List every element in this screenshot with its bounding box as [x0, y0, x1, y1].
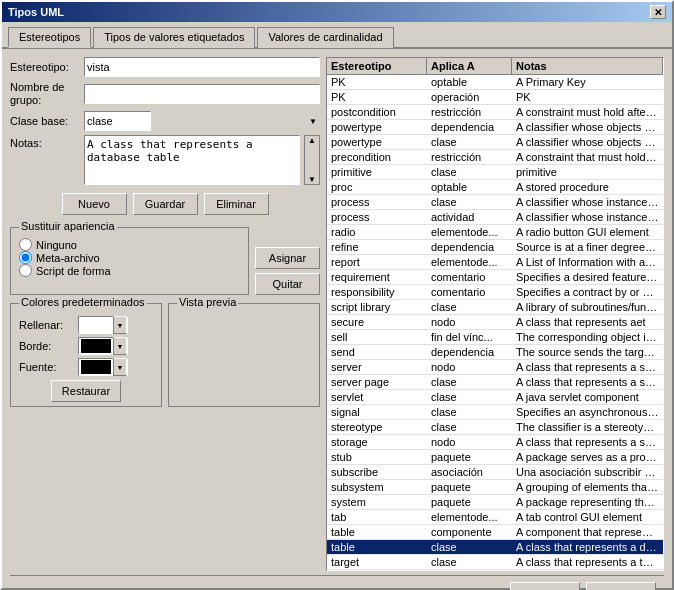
- table-row[interactable]: table clase A class that represents a da…: [327, 540, 663, 555]
- estereotipo-input[interactable]: [84, 57, 320, 77]
- cell-estereotipo: precondition: [327, 150, 427, 164]
- cell-aplica: nodo: [427, 360, 512, 374]
- table-row[interactable]: table componente A component that repres…: [327, 525, 663, 540]
- table-row[interactable]: precondition restricción A constraint th…: [327, 150, 663, 165]
- cell-estereotipo: stereotype: [327, 420, 427, 434]
- cerrar-button[interactable]: Cerrar: [510, 582, 580, 590]
- tab-cardinalidad[interactable]: Valores de cardinalidad: [257, 27, 393, 48]
- sustituir-group: Sustituir apariencia Ninguno Meta-archiv…: [10, 227, 249, 295]
- table-row[interactable]: PK operación PK: [327, 90, 663, 105]
- cell-aplica: paquete: [427, 480, 512, 494]
- table-row[interactable]: primitive clase primitive: [327, 165, 663, 180]
- cell-estereotipo: target: [327, 555, 427, 569]
- nuevo-button[interactable]: Nuevo: [62, 193, 127, 215]
- close-button[interactable]: ✕: [650, 5, 666, 19]
- borde-label: Borde:: [19, 340, 74, 352]
- table-row[interactable]: radio elementode... A radio button GUI e…: [327, 225, 663, 240]
- table-row[interactable]: stereotype clase The classifier is a ste…: [327, 420, 663, 435]
- table-row[interactable]: servlet clase A java servlet component: [327, 390, 663, 405]
- table-row[interactable]: secure nodo A class that represents aet: [327, 315, 663, 330]
- table-row[interactable]: storage nodo A class that represents a s…: [327, 435, 663, 450]
- table-row[interactable]: responsibility comentario Specifies a co…: [327, 285, 663, 300]
- radio-script[interactable]: [19, 264, 32, 277]
- cell-estereotipo: table: [327, 540, 427, 554]
- table-row[interactable]: proc optable A stored procedure: [327, 180, 663, 195]
- cell-aplica: asociación: [427, 465, 512, 479]
- table-row[interactable]: powertype dependencia A classifier whose…: [327, 120, 663, 135]
- notas-scrollbar[interactable]: ▲ ▼: [304, 135, 320, 185]
- cell-aplica: optable: [427, 75, 512, 89]
- cell-estereotipo: tab: [327, 510, 427, 524]
- cell-aplica: operación: [427, 90, 512, 104]
- notas-textarea[interactable]: A class that represents a database table: [84, 135, 300, 185]
- tab-valores-etiquetados[interactable]: Tipos de valores etiquetados: [93, 27, 255, 48]
- cell-notas: A package serves as a prox...: [512, 450, 663, 464]
- cell-notas: The corresponding object is ...: [512, 330, 663, 344]
- cell-aplica: clase: [427, 300, 512, 314]
- cell-aplica: restricción: [427, 150, 512, 164]
- rellenar-dropdown-btn[interactable]: ▼: [113, 316, 127, 334]
- table-row[interactable]: report elementode... A List of Informati…: [327, 255, 663, 270]
- tab-estereotipos[interactable]: Estereotipos: [8, 27, 91, 48]
- table-row[interactable]: PK optable A Primary Key: [327, 75, 663, 90]
- quitar-button[interactable]: Quitar: [255, 273, 320, 295]
- borde-dropdown-btn[interactable]: ▼: [113, 337, 127, 355]
- table-row[interactable]: process clase A classifier whose instanc…: [327, 195, 663, 210]
- cell-notas: A class that represents a ser...: [512, 360, 663, 374]
- table-row[interactable]: signal clase Specifies an asynchronous s…: [327, 405, 663, 420]
- table-row[interactable]: process actividad A classifier whose ins…: [327, 210, 663, 225]
- fuente-dropdown-btn[interactable]: ▼: [113, 358, 127, 376]
- table-row[interactable]: server nodo A class that represents a se…: [327, 360, 663, 375]
- radio-metaarchivo[interactable]: [19, 251, 32, 264]
- table-row[interactable]: sell fin del vínc... The corresponding o…: [327, 330, 663, 345]
- table-row[interactable]: target clase A class that represents a t…: [327, 555, 663, 570]
- asignar-button[interactable]: Asignar: [255, 247, 320, 269]
- table-body[interactable]: PK optable A Primary Key PK operación PK…: [327, 75, 663, 570]
- col-header-aplica[interactable]: Aplica A: [427, 58, 512, 74]
- cell-notas: The classifier is a stereotype ...: [512, 420, 663, 434]
- col-header-estereotipo[interactable]: Estereotipo: [327, 58, 427, 74]
- clase-base-select[interactable]: clase componente nodo paquete: [84, 111, 151, 131]
- cell-aplica: fin del vínc...: [427, 330, 512, 344]
- cell-aplica: paquete: [427, 495, 512, 509]
- table-row[interactable]: subscribe asociación Una asociación subs…: [327, 465, 663, 480]
- col-header-notas[interactable]: Notas: [512, 58, 663, 74]
- cell-notas: A library of subroutines/funct...: [512, 300, 663, 314]
- rellenar-swatch-wrapper[interactable]: ▼: [78, 316, 128, 334]
- table-row[interactable]: refine dependencia Source is at a finer …: [327, 240, 663, 255]
- cell-aplica: componente: [427, 525, 512, 539]
- sustituir-legend: Sustituir apariencia: [19, 220, 117, 232]
- table-row[interactable]: script library clase A library of subrou…: [327, 300, 663, 315]
- fuente-swatch-wrapper[interactable]: ▼: [78, 358, 128, 376]
- nombre-grupo-row: Nombre de grupo:: [10, 81, 320, 107]
- main-panels: Estereotipo: Nombre de grupo: Clase base…: [10, 57, 664, 571]
- cell-aplica: paquete: [427, 450, 512, 464]
- table-row[interactable]: system paquete A package representing th…: [327, 495, 663, 510]
- table-row[interactable]: server page clase A class that represent…: [327, 375, 663, 390]
- borde-swatch-wrapper[interactable]: ▼: [78, 337, 128, 355]
- table-row[interactable]: send dependencia The source sends the ta…: [327, 345, 663, 360]
- table-row[interactable]: tab elementode... A tab control GUI elem…: [327, 510, 663, 525]
- ayuda-button[interactable]: Ayuda: [586, 582, 656, 590]
- cell-aplica: dependencia: [427, 120, 512, 134]
- cell-notas: Una asociación subscribir en...: [512, 465, 663, 479]
- eliminar-button[interactable]: Eliminar: [204, 193, 269, 215]
- table-row[interactable]: postcondition restricción A constraint m…: [327, 105, 663, 120]
- cell-estereotipo: send: [327, 345, 427, 359]
- radio-ninguno[interactable]: [19, 238, 32, 251]
- restaurar-button[interactable]: Restaurar: [51, 380, 121, 402]
- left-panel: Estereotipo: Nombre de grupo: Clase base…: [10, 57, 320, 571]
- table-row[interactable]: requirement comentario Specifies a desir…: [327, 270, 663, 285]
- table-row[interactable]: powertype clase A classifier whose objec…: [327, 135, 663, 150]
- guardar-button[interactable]: Guardar: [133, 193, 198, 215]
- table-row[interactable]: subsystem paquete A grouping of elements…: [327, 480, 663, 495]
- action-buttons: Nuevo Guardar Eliminar: [10, 193, 320, 215]
- cell-notas: A classifier whose objects ar...: [512, 135, 663, 149]
- cell-notas: A classifier whose instances ...: [512, 195, 663, 209]
- clase-base-label: Clase base:: [10, 115, 80, 127]
- cell-estereotipo: proc: [327, 180, 427, 194]
- nombre-grupo-input[interactable]: [84, 84, 320, 104]
- cell-estereotipo: script library: [327, 300, 427, 314]
- cell-aplica: clase: [427, 390, 512, 404]
- table-row[interactable]: stub paquete A package serves as a prox.…: [327, 450, 663, 465]
